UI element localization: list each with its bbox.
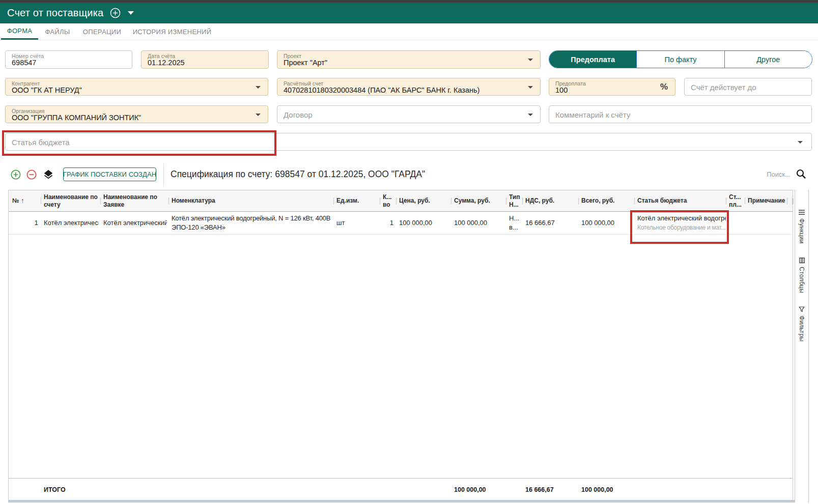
valid-until-placeholder: Счёт действует до [691,82,756,91]
remove-row-icon[interactable] [26,170,37,180]
col-header-unit[interactable]: Ед.изм. [333,190,380,211]
bank-account-value: 40702810180320003484 (ПАО "АК БАРС" БАНК… [284,86,479,94]
comment-field[interactable]: Комментарий к счёту [549,105,812,123]
tab-history[interactable]: ИСТОРИЯ ИЗМЕНЕНИЙ [134,23,210,40]
invoice-date-value: 01.12.2025 [148,59,185,67]
horizontal-scrollbar[interactable] [8,500,809,502]
payment-type-on-fact[interactable]: По факту [636,51,724,68]
percent-sign: % [660,82,668,92]
col-header-num[interactable]: № ↑ [9,190,41,211]
cell-total: 100 000,00 [578,212,634,234]
payment-type-switch: Предоплата По факту Другое [549,50,812,68]
side-item-functions[interactable]: Функции [795,210,808,243]
bank-account-field[interactable]: Расчётный счет 40702810180320003484 (ПАО… [277,78,541,96]
col-header-sum[interactable]: Сумма, руб. [451,190,506,211]
cell-budget: Котёл электрический водогрейный Котельно… [634,212,726,234]
table-footer-row: ИТОГО 100 000,00 16 666,67 100 000,00 [9,478,793,500]
budget-item-placeholder: Статья бюджета [12,137,70,146]
footer-vat-value: 16 666,67 [522,479,578,500]
search-label[interactable]: Поиск... [767,171,791,178]
col-header-note[interactable]: Примечание [745,190,787,211]
tab-operations[interactable]: ОПЕРАЦИИ [83,23,121,40]
footer-total-label: ИТОГО [41,479,100,500]
contract-field[interactable]: Договор [277,105,541,123]
col-header-name-request[interactable]: Наименование по Заявке [100,190,168,211]
header-dropdown-icon[interactable] [128,11,134,15]
delivery-schedule-button[interactable]: ГРАФИК ПОСТАВКИ СОЗДАН [63,167,156,181]
cell-num: 1 [9,212,41,234]
organization-field[interactable]: Организация ООО "ГРУППА КОМПАНИЙ ЗОНТИК" [5,105,268,123]
sort-asc-icon: ↑ [21,197,24,205]
col-header-qty[interactable]: К...во [380,190,396,211]
supplier-invoice-page: Счет от поставщика ФОРМА ФАЙЛЫ ОПЕРАЦИИ … [0,0,818,504]
counterparty-field[interactable]: Контрагент ООО "ГК АТ НЕРУД" [5,78,268,96]
page-title: Счет от поставщика [7,7,103,19]
cell-price: 100 000,00 [396,212,451,234]
budget-item-name: Котёл электрический водогрейный [637,214,726,223]
col-header-nomenclature[interactable]: Номенклатура [168,190,333,211]
comment-placeholder: Комментарий к счёту [555,110,630,119]
cell-name-request: Котёл электрический [100,212,168,234]
side-item-columns-label: Столбцы [798,267,805,293]
add-row-icon[interactable] [11,170,21,180]
col-header-vat[interactable]: НДС, руб. [522,190,578,211]
prepayment-percent-value: 100 [555,86,568,94]
footer-total-value: 100 000,00 [578,479,634,500]
tab-files[interactable]: ФАЙЛЫ [45,23,70,40]
cell-note [745,212,787,234]
cell-unit: шт [333,212,380,234]
contract-placeholder: Договор [284,110,313,119]
footer-sum-value: 100 000,00 [451,479,506,500]
specification-title: Спецификация по счету: 698547 от 01.12.2… [171,169,425,180]
col-header-pay-status[interactable]: Ст...пл... [726,190,745,211]
table-row[interactable]: 1 Котёл электрический Котёл электрически… [9,212,793,235]
tab-form[interactable]: ФОРМА [1,23,38,40]
prepayment-percent-field[interactable]: Предоплата 100 % [549,78,675,96]
budget-item-dropdown-icon[interactable] [798,141,803,144]
cell-vat-type: Н...в... [506,212,522,234]
counterparty-value: ООО "ГК АТ НЕРУД" [12,86,82,94]
toolbar-divider [163,163,164,186]
vertical-scrollbar-thumb[interactable] [792,198,794,205]
add-invoice-icon[interactable] [110,8,121,18]
invoice-number-value: 698547 [12,59,36,67]
side-item-columns[interactable]: Столбцы [795,258,808,293]
organization-dropdown-icon[interactable] [256,114,261,116]
col-header-budget[interactable]: Статья бюджета [634,190,726,211]
side-item-filters[interactable]: Фильтры [795,306,808,342]
right-side-panel: Функции Столбцы Фильтры [795,190,809,502]
side-item-filters-label: Фильтры [798,316,805,342]
invoice-number-field[interactable]: Номер счёта 698547 [5,50,132,69]
table-header-row: № ↑ Наименование по счету Наименование п… [9,190,793,212]
col-header-vat-type[interactable]: ТипН... [506,190,522,211]
valid-until-field[interactable]: Счёт действует до [684,78,812,96]
cell-vat: 16 666,67 [522,212,578,234]
side-item-functions-label: Функции [798,218,805,243]
project-field[interactable]: Проект Проект "Арт" [277,50,541,69]
col-header-total[interactable]: Всего, руб. [578,190,634,211]
payment-type-other[interactable]: Другое [724,51,812,68]
cell-qty: 1 [380,212,396,234]
columns-icon [799,258,805,263]
cell-pay-status [726,212,745,234]
cell-name-invoice: Котёл электрический [41,212,100,234]
cell-nomenclature: Котёл электрический водогрейный, N = 126… [168,212,333,234]
payment-type-prepayment[interactable]: Предоплата [549,51,636,68]
organization-value: ООО "ГРУППА КОМПАНИЙ ЗОНТИК" [12,114,141,122]
budget-item-field[interactable]: Статья бюджета [5,133,812,151]
filter-icon [799,306,805,312]
counterparty-dropdown-icon[interactable] [256,86,261,89]
col-header-price[interactable]: Цена, руб. [396,190,451,211]
menu-icon [799,210,805,215]
project-dropdown-icon[interactable] [528,59,533,61]
col-header-name-invoice[interactable]: Наименование по счету [41,190,100,211]
layers-icon[interactable] [43,169,54,180]
app-header: Счет от поставщика [0,3,818,23]
bank-account-dropdown-icon[interactable] [528,86,533,89]
cell-sum: 100 000,00 [451,212,506,234]
contract-dropdown-icon[interactable] [528,114,533,116]
budget-item-group: Котельное оборудование и мат... [637,223,726,232]
project-value: Проект "Арт" [284,59,327,67]
invoice-date-field[interactable]: Дата счёта 01.12.2025 [141,50,269,69]
search-icon[interactable] [796,169,807,180]
